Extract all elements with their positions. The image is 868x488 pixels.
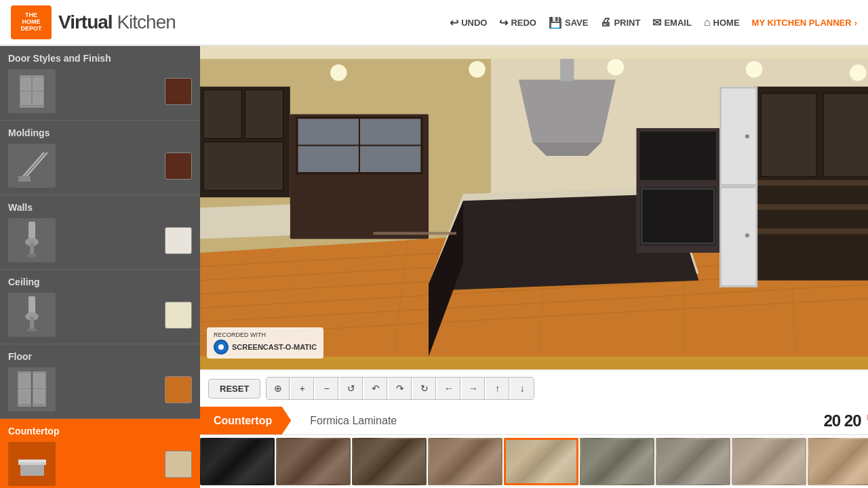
save-button[interactable]: 💾 SAVE: [549, 16, 588, 29]
floor-title: Floor: [8, 351, 192, 362]
email-label: EMAIL: [664, 18, 691, 28]
svg-rect-56: [754, 204, 868, 209]
svg-rect-24: [20, 465, 44, 476]
countertop-swatch-3[interactable]: [352, 438, 427, 485]
main-area: Door Styles and Finish Moldings: [0, 46, 868, 488]
svg-rect-2: [22, 92, 30, 104]
home-button[interactable]: ⌂ HOME: [704, 16, 740, 28]
countertop-swatch-9[interactable]: [808, 438, 868, 485]
ceiling-swatch[interactable]: [165, 302, 192, 329]
countertop-swatch-2[interactable]: [276, 438, 351, 485]
print-label: PRINT: [614, 18, 640, 28]
countertop-tab[interactable]: Countertop: [200, 407, 291, 434]
sidebar-section-door-styles[interactable]: Door Styles and Finish: [0, 46, 200, 121]
svg-rect-61: [203, 142, 283, 190]
floor-swatch[interactable]: [165, 376, 192, 403]
ceiling-icon: [8, 293, 56, 337]
pan-right-button[interactable]: →: [462, 378, 485, 399]
walls-icon: [8, 218, 56, 262]
render-area: RECORDED WITH SCREENCAST-O-MATIC RESET ⊕…: [200, 46, 868, 488]
sidebar-section-walls[interactable]: Walls: [0, 195, 200, 270]
svg-rect-64: [721, 188, 756, 286]
moldings-swatch[interactable]: [165, 152, 192, 180]
ceiling-content: [8, 293, 192, 337]
redo-icon: ↪: [499, 16, 508, 29]
countertop-swatch[interactable]: [165, 451, 192, 478]
countertop-icon: [8, 442, 56, 486]
undo-view-button[interactable]: ↶: [364, 378, 387, 399]
countertop-swatch-6[interactable]: [580, 438, 654, 485]
countertop-sidebar-content: [8, 442, 192, 486]
redo-view-button[interactable]: ↷: [389, 378, 412, 399]
svg-rect-54: [823, 94, 868, 177]
svg-point-75: [608, 59, 625, 76]
moldings-icon: [8, 144, 56, 188]
kitchen-render: RECORDED WITH SCREENCAST-O-MATIC: [200, 46, 868, 369]
my-kitchen-planner-label: MY KITCHEN PLANNER: [752, 18, 852, 28]
zoom-fit-button[interactable]: ⊕: [267, 378, 290, 399]
countertop-header: Countertop Formica Laminate 20 20 I7: [200, 407, 868, 435]
svg-rect-71: [373, 232, 456, 235]
email-button[interactable]: ✉ EMAIL: [652, 16, 691, 29]
watermark-line1: RECORDED WITH: [214, 331, 317, 338]
countertop-swatch-8[interactable]: [732, 438, 806, 485]
svg-line-6: [20, 152, 44, 180]
redo-button[interactable]: ↪ REDO: [499, 16, 536, 29]
rotate-cw-button[interactable]: ↻: [413, 378, 436, 399]
sidebar-section-floor[interactable]: Floor: [0, 344, 200, 419]
email-icon: ✉: [652, 16, 661, 29]
pan-up-button[interactable]: ↑: [486, 378, 509, 399]
sidebar-section-countertop[interactable]: Countertop: [0, 419, 200, 488]
undo-label: UNDO: [461, 18, 487, 28]
svg-rect-18: [20, 374, 29, 388]
print-button[interactable]: 🖨 PRINT: [600, 16, 640, 28]
svg-rect-70: [642, 189, 714, 243]
pan-down-button[interactable]: ↓: [511, 378, 534, 399]
pan-left-button[interactable]: ←: [437, 378, 460, 399]
svg-rect-53: [761, 94, 816, 177]
svg-rect-22: [35, 390, 44, 403]
svg-rect-16: [27, 329, 37, 331]
countertop-swatch-5[interactable]: [504, 438, 578, 485]
svg-rect-59: [203, 90, 241, 138]
app-title-bold: Virtual: [58, 12, 113, 33]
countertop-swatch-1[interactable]: [200, 438, 275, 485]
logo-area: THEHOMEDEPOT Virtual Kitchen: [11, 5, 176, 39]
svg-point-65: [745, 134, 749, 138]
zoom-in-button[interactable]: +: [291, 378, 314, 399]
walls-swatch[interactable]: [165, 227, 192, 254]
sidebar-section-moldings[interactable]: Moldings: [0, 121, 200, 195]
sidebar-section-ceiling[interactable]: Ceiling: [0, 270, 200, 344]
countertop-sidebar-title: Countertop: [8, 426, 192, 436]
redo-label: REDO: [511, 18, 536, 28]
screencast-icon: [214, 340, 229, 354]
svg-marker-72: [200, 204, 290, 239]
logo-2020: 20 20 I7: [823, 411, 868, 430]
svg-point-66: [745, 233, 749, 237]
rotate-button[interactable]: ↺: [340, 378, 363, 399]
svg-rect-19: [20, 390, 29, 403]
door-styles-swatch[interactable]: [165, 78, 192, 105]
home-icon: ⌂: [704, 16, 711, 28]
hd-logo-text: THEHOMEDEPOT: [20, 12, 41, 33]
undo-button[interactable]: ↩ UNDO: [450, 16, 487, 29]
svg-rect-25: [18, 460, 46, 462]
reset-button[interactable]: RESET: [208, 379, 260, 399]
countertop-swatch-4[interactable]: [428, 438, 502, 485]
countertop-area: Countertop Formica Laminate 20 20 I7: [200, 407, 868, 488]
svg-rect-4: [34, 78, 42, 90]
my-kitchen-planner-button[interactable]: MY KITCHEN PLANNER ›: [752, 18, 857, 28]
ceiling-title: Ceiling: [8, 277, 192, 287]
countertop-material-label: Formica Laminate: [310, 415, 397, 427]
print-icon: 🖨: [600, 16, 611, 28]
moldings-title: Moldings: [8, 127, 192, 138]
countertop-swatch-7[interactable]: [656, 438, 730, 485]
svg-rect-5: [34, 92, 42, 104]
svg-rect-55: [754, 180, 868, 186]
svg-rect-57: [754, 228, 868, 234]
zoom-out-button[interactable]: −: [315, 378, 338, 399]
svg-rect-21: [35, 374, 44, 388]
moldings-content: [8, 144, 192, 188]
save-icon: 💾: [549, 16, 562, 29]
undo-icon: ↩: [450, 16, 458, 29]
